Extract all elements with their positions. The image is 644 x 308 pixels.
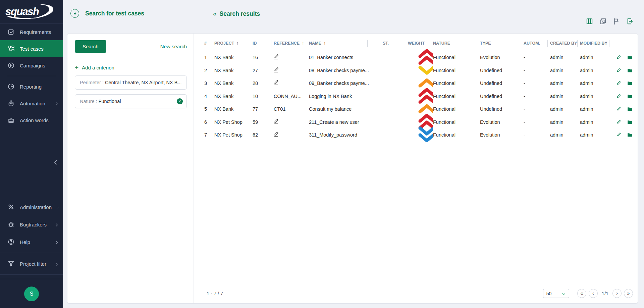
sidebar-item-project-filter[interactable]: Project filter — [0, 255, 63, 272]
sidebar-item-bugtrackers[interactable]: Bugtrackers — [0, 216, 63, 233]
edit-reference-icon[interactable] — [274, 54, 279, 60]
edit-reference-icon[interactable] — [274, 80, 279, 86]
cell-nature: Functional — [433, 119, 480, 125]
sidebar-item-action-words[interactable]: Action words — [0, 112, 63, 129]
column-header-label: # — [204, 41, 207, 46]
criteria-list: Perimeter : Central Theatre, NX Airport,… — [75, 75, 187, 108]
sidebar-spacer — [0, 129, 63, 198]
column-header-#[interactable]: # — [202, 36, 214, 51]
first-page-button[interactable]: « — [577, 289, 586, 298]
previous-page-button[interactable]: ‹ — [589, 289, 598, 298]
sidebar-item-campaigns[interactable]: Campaigns — [0, 57, 63, 74]
criterion-chip[interactable]: Nature : Functional✕ — [75, 94, 187, 108]
collapse-sidebar-icon[interactable] — [53, 159, 59, 165]
cell-name: 211_Create a new user — [309, 119, 370, 125]
remove-criterion-icon[interactable]: ✕ — [177, 98, 183, 104]
page-size-value: 50 — [546, 291, 552, 296]
edit-row-icon[interactable] — [616, 93, 622, 99]
cell-reference: CONN_AU... — [274, 94, 309, 99]
sidebar-item-help[interactable]: Help — [0, 233, 63, 251]
cell-reference[interactable] — [274, 118, 309, 126]
sort-ascending-icon: ↑ — [236, 41, 239, 46]
sidebar-item-label: Project filter — [20, 261, 46, 267]
cell-reference[interactable] — [274, 131, 309, 139]
open-folder-icon[interactable] — [627, 54, 633, 60]
cell-type: Undefined — [480, 68, 524, 73]
open-folder-icon[interactable] — [627, 132, 633, 138]
edit-reference-icon[interactable] — [274, 131, 279, 138]
open-folder-icon[interactable] — [627, 67, 633, 73]
column-header-st-[interactable]: ST. — [370, 36, 408, 51]
cell-id: 27 — [253, 68, 274, 73]
administration-icon — [7, 203, 15, 211]
cell-reference[interactable] — [274, 54, 309, 61]
next-page-button[interactable]: › — [612, 289, 622, 298]
edit-row-icon[interactable] — [616, 67, 622, 73]
edit-row-icon[interactable] — [616, 54, 622, 60]
open-folder-icon[interactable] — [627, 80, 633, 86]
squash-logo-icon: squash — [3, 3, 55, 21]
cell-autom: - — [524, 132, 550, 138]
page-size-select[interactable]: 50 — [543, 289, 569, 298]
edit-reference-icon[interactable] — [274, 67, 279, 73]
cell-nature: Functional — [433, 106, 480, 112]
column-header-weight[interactable]: WEIGHT — [408, 36, 433, 51]
column-header-type[interactable]: TYPE — [480, 36, 524, 51]
cell-actions — [614, 80, 638, 86]
cell-reference[interactable] — [274, 80, 309, 87]
edit-reference-icon[interactable] — [274, 118, 279, 125]
sidebar-item-administration[interactable]: Administration — [0, 198, 63, 216]
cell-nature: Functional — [433, 94, 480, 99]
project-filter-icon — [7, 260, 15, 267]
cell-id: 10 — [253, 94, 274, 99]
cell-actions — [614, 132, 638, 138]
open-folder-icon[interactable] — [627, 106, 633, 112]
sidebar-item-reporting[interactable]: Reporting — [0, 78, 63, 95]
column-header-nature[interactable]: NATURE — [433, 36, 480, 51]
column-header-project[interactable]: PROJECT↑ — [214, 36, 253, 51]
back-button[interactable] — [70, 9, 79, 18]
last-page-button[interactable]: » — [624, 289, 633, 298]
sidebar-item-label: Action words — [20, 117, 49, 123]
add-criterion-button[interactable]: + Add a criterion — [75, 64, 187, 71]
column-header-name[interactable]: NAME↑ — [309, 36, 370, 51]
column-header-label: TYPE — [480, 41, 491, 46]
criterion-label: Perimeter : — [80, 80, 105, 85]
columns-icon[interactable] — [586, 17, 593, 25]
avatar[interactable]: S — [24, 287, 39, 301]
edit-row-icon[interactable] — [616, 106, 622, 112]
sidebar-item-automation[interactable]: Automation — [0, 95, 63, 112]
chevron-right-icon — [55, 240, 59, 244]
sidebar-divider — [7, 76, 56, 76]
cell-created-by: admin — [550, 119, 580, 125]
table-row[interactable]: 7NX Pet Shop62311_Modify_passwordFunctio… — [202, 129, 638, 142]
sidebar-item-test-cases[interactable]: Test cases — [0, 40, 63, 57]
open-folder-icon[interactable] — [627, 119, 633, 125]
open-folder-icon[interactable] — [627, 93, 633, 99]
column-header-id[interactable]: ID — [253, 36, 274, 51]
table-header: #PROJECT↑IDREFERENCE↑NAME↑ST.WEIGHTNATUR… — [202, 36, 633, 51]
column-header-autom-[interactable]: AUTOM. — [524, 36, 550, 51]
edit-row-icon[interactable] — [616, 80, 622, 86]
add-criterion-label: Add a criterion — [82, 65, 114, 70]
criterion-chip[interactable]: Perimeter : Central Theatre, NX Airport,… — [75, 75, 187, 90]
search-button[interactable]: Search — [75, 40, 106, 53]
edit-row-icon[interactable] — [616, 132, 622, 138]
cell-status — [370, 55, 408, 60]
sidebar-item-label: Reporting — [20, 84, 42, 90]
cell-id: 16 — [253, 55, 274, 60]
column-header-created-by[interactable]: CREATED BY — [550, 36, 580, 51]
column-header-label: PROJECT — [214, 41, 234, 46]
flag-icon[interactable] — [612, 17, 620, 25]
collapse-panel-icon[interactable]: « — [213, 10, 217, 17]
duplicate-icon[interactable] — [599, 17, 607, 25]
cell-created-by: admin — [550, 132, 580, 138]
cell-reference[interactable] — [274, 67, 309, 74]
cell-autom: - — [524, 68, 550, 73]
edit-row-icon[interactable] — [616, 119, 622, 125]
export-icon[interactable] — [626, 17, 634, 25]
column-header-reference[interactable]: REFERENCE↑ — [274, 36, 309, 51]
sidebar-item-requirements[interactable]: Requirements — [0, 23, 63, 40]
new-search-link[interactable]: New search — [160, 44, 187, 49]
cell-created-by: admin — [550, 106, 580, 112]
